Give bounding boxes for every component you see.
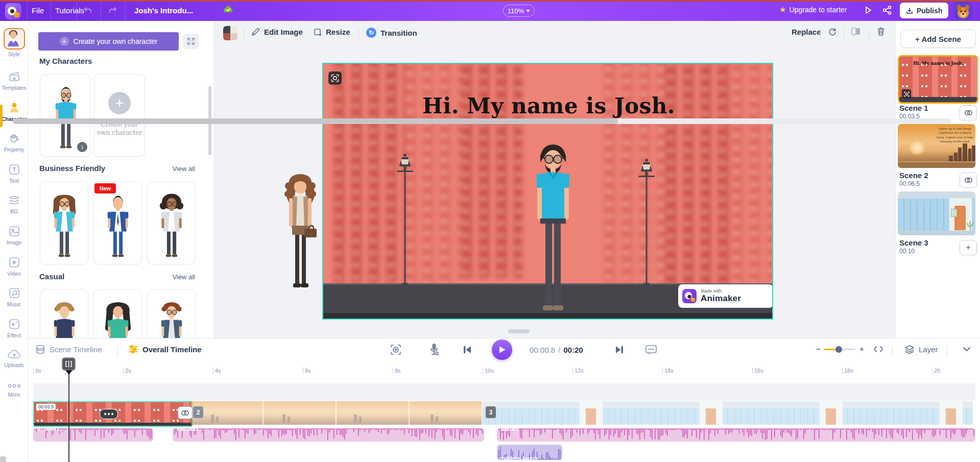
chevron-down-icon [526,10,530,12]
scene-2-thumbnail[interactable]: I grew up in San Diego, California. It's… [898,124,975,168]
character-josh[interactable] [525,143,581,317]
scene-1-transition-button[interactable] [960,105,977,120]
project-title[interactable]: Josh's Introdu... [134,6,193,15]
sidebar-item-text[interactable]: T Text [0,163,28,184]
menu-file[interactable]: File [32,6,44,15]
layer-button[interactable]: Layer [904,345,938,354]
voice-clip-2[interactable]: 5502841... [173,428,484,442]
tab-scene-timeline[interactable]: Scene Timeline [35,345,102,354]
tab-overall-timeline[interactable]: Overall Timeline [128,345,202,354]
redo-icon[interactable] [108,6,117,14]
create-character-button[interactable]: + Create your own character [38,32,179,51]
transition-1-2-button[interactable] [178,406,193,419]
sidebar-item-more[interactable]: More [0,380,28,398]
scene-1-thumbnail[interactable]: Hi. My name is Josh. [898,55,978,104]
character-card[interactable] [147,181,196,264]
view-all-business[interactable]: View all [172,165,195,173]
color-swatch[interactable] [223,26,237,40]
track-camera-icon[interactable] [390,344,402,356]
scene-3-number-badge: 3 [486,406,496,418]
share-icon[interactable] [882,5,892,15]
left-sidebar: Style Templates Character Property T Tex… [0,21,28,462]
voice-clip-3[interactable]: battles [497,428,975,442]
scene-3-add-transition-button[interactable]: + [960,240,977,255]
create-character-card[interactable]: + Create your own character [94,74,145,157]
view-all-casual[interactable]: View all [172,273,195,281]
scene-options-button[interactable] [100,409,118,419]
play-button[interactable] [492,339,512,360]
flip-layout-icon[interactable] [851,27,861,36]
scene-3-thumbnail[interactable] [898,191,975,235]
sidebar-item-video[interactable]: Video [0,256,28,277]
timeline-hscroll-thumb[interactable] [13,118,618,124]
publish-button[interactable]: Publish [900,3,948,18]
voice-clip-1[interactable]: 0726491... [33,428,153,442]
zoom-in-timeline[interactable]: + [859,345,864,353]
scene-2-name[interactable]: Scene 2 [899,171,928,180]
delete-icon[interactable] [876,27,886,36]
menu-tutorials[interactable]: Tutorials [55,6,84,15]
pen-icon [251,28,260,36]
total-time: 00:20 [563,346,583,354]
timeline-scene-3-block[interactable] [483,401,973,425]
more-dots-icon [7,384,21,388]
character-card[interactable] [40,181,88,264]
prev-scene-icon[interactable] [462,345,472,354]
collapse-timeline-icon[interactable] [963,347,971,352]
sidebar-item-image[interactable]: Image [0,225,28,246]
voice-over-icon[interactable] [428,343,440,356]
stage-resize-handle[interactable] [508,329,530,333]
animaker-logo[interactable] [5,3,21,19]
info-icon[interactable]: i [77,142,87,152]
scene-1-name[interactable]: Scene 1 [899,104,928,112]
scene-2-transition-button[interactable] [960,173,977,188]
rotate-icon[interactable] [827,27,838,37]
character-woman-walking[interactable] [280,172,321,291]
character-card[interactable] [93,181,142,264]
character-icon [8,101,21,114]
sidebar-item-style[interactable]: Style [0,28,28,57]
zoom-out-timeline[interactable]: − [816,345,821,353]
transition-button[interactable]: ↻ Transition [366,28,417,38]
sidebar-item-music[interactable]: Music [0,286,28,307]
sidebar-item-effect[interactable]: Effect [0,318,28,338]
playhead-handle[interactable] [62,357,76,371]
character-card[interactable] [40,289,88,338]
scene-3-name[interactable]: Scene 3 [899,238,928,247]
templates-icon [8,70,21,83]
sidebar-item-uploads[interactable]: Uploads [0,348,28,368]
sfx-clip[interactable]: children-laugh [497,445,562,460]
scene-caption-text[interactable]: Hi. My name is Josh. [323,93,773,118]
edit-image-button[interactable]: Edit Image [251,28,303,36]
playhead-marker[interactable] [65,370,73,375]
add-scene-button[interactable]: + Add Scene [900,30,976,48]
timeline-scene-1-block[interactable]: 00:03.5 [33,401,193,427]
timeline-zoom-slider[interactable] [824,349,855,350]
undo-icon[interactable] [83,6,92,14]
sidebar-item-bg[interactable]: BG [0,193,28,214]
expand-panel-button[interactable] [183,34,199,49]
subtitles-icon[interactable] [645,345,657,355]
fit-timeline-icon[interactable] [873,345,883,353]
next-scene-icon[interactable] [614,345,625,354]
overall-timeline-icon [128,345,138,354]
text-icon: T [8,163,21,176]
uploads-icon [7,348,21,360]
timeline-scene-2-block[interactable] [190,401,483,425]
zoom-level-control[interactable]: 110% [503,5,535,17]
preview-play-icon[interactable] [863,5,873,15]
my-character-card[interactable]: i [40,74,91,157]
slider-knob[interactable] [835,346,842,353]
camera-icon[interactable] [328,71,342,85]
sidebar-item-templates[interactable]: Templates [0,70,28,91]
character-card[interactable] [93,289,142,338]
replace-button[interactable]: Replace [792,28,821,36]
user-avatar[interactable] [954,2,972,20]
video-canvas[interactable]: Hi. My name is Josh. [322,63,773,320]
image-icon [8,225,21,238]
character-card[interactable] [147,289,196,338]
upgrade-link[interactable]: ★ Upgrade to starter [779,5,847,14]
resize-button[interactable]: Resize [313,28,350,36]
sidebar-item-property[interactable]: Property [0,132,28,153]
scenes-scrollbar[interactable] [977,57,979,98]
